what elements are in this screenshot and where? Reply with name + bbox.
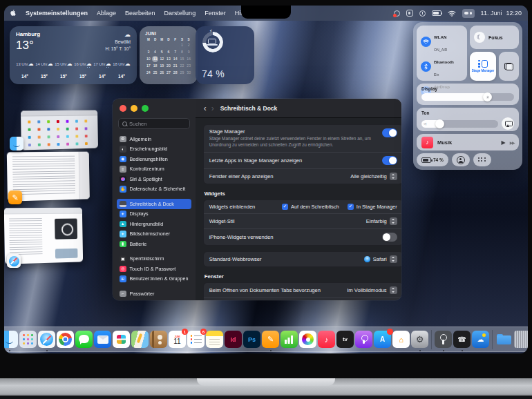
brightness-knob[interactable]: ☀ [483,93,492,101]
sidebar-item-touch-id[interactable]: ◎Touch ID & Passwort [117,264,191,274]
forward-button[interactable]: › [211,104,214,113]
windows-of-app-dropdown[interactable]: Alle gleichzeitig [350,173,397,180]
prefer-tabs-dropdown[interactable]: Im Vollbildmodus [347,286,397,294]
sidebar-item-batterie[interactable]: ▮Batterie [117,239,191,249]
dock-icon-contacts[interactable] [150,331,167,348]
menu-ablage[interactable]: Ablage [97,10,116,17]
sidebar-item-datenschutz[interactable]: ✋Datenschutz & Sicherheit [117,184,191,195]
menu-darstellung[interactable]: Darstellung [164,10,196,17]
default-browser-row: Standard-Webbrowser Safari [204,252,401,266]
volume-slider[interactable]: ◁ [421,120,498,128]
recent-apps-toggle[interactable] [382,156,397,165]
brightness-slider[interactable]: ☀ [421,93,514,101]
dock-icon-maps[interactable] [131,331,149,348]
dock-icon-slack[interactable] [113,331,130,348]
dock-icon-pages[interactable]: ✎ [262,331,279,348]
stage-manager-toggle[interactable] [382,128,397,137]
dock-icon-podcasts[interactable] [355,331,372,348]
dock-icon-finder[interactable] [4,331,18,348]
shortcuts-button[interactable] [473,153,491,166]
focus-control[interactable]: ☾ Fokus [470,26,519,49]
dock-icon-system-settings[interactable]: ⚙ [411,331,428,348]
pages-app-icon[interactable]: ✎ [8,191,22,204]
zoom-button[interactable] [142,105,149,112]
apple-menu-icon[interactable] [10,10,17,17]
wifi-icon[interactable] [448,10,456,17]
menubar-date[interactable]: 11. Juni [481,10,502,17]
dock-icon-tool-app[interactable] [435,331,452,348]
sidebar-item-partial[interactable]: @ [117,299,191,301]
dock-icon-mail[interactable] [94,331,111,348]
dock-icon-phone[interactable]: ☎ [453,331,471,348]
stage-thumbnail-finder[interactable] [21,110,98,150]
play-button[interactable]: ▶ [502,139,506,146]
sidebar-item-sperrbildschirm[interactable]: ▣Sperrbildschirm [117,254,191,264]
dock-icon-chrome[interactable] [57,331,74,348]
back-button[interactable]: ‹ [204,104,207,113]
sidebar-item-passwoerter[interactable]: ⌐Passwörter [117,289,191,299]
skip-forward-button[interactable]: ▶▶ [510,140,514,145]
dock-icon-folder[interactable] [495,331,513,348]
iphone-widgets-toggle[interactable] [382,233,397,242]
safari-app-icon[interactable] [7,254,21,268]
weather-widget[interactable]: Hamburg ☁ 13° Bewölkt H: 15° T: 10° 13 U… [10,26,137,84]
close-button[interactable] [120,105,126,112]
control-center-icon[interactable] [462,9,475,18]
menubar-app-name[interactable]: Systemeinstellungen [26,10,88,17]
dock-icon-photos[interactable] [299,331,316,348]
stage-manager-checkbox[interactable]: ✓ [348,204,354,210]
dock-icon-weather[interactable]: ☁ [472,331,489,348]
bluetooth-control[interactable]: BluetoothEin [421,54,463,79]
recording-indicator-icon[interactable] [394,10,400,17]
dock-icon-appstore[interactable]: A [374,331,391,348]
clock-icon[interactable] [419,10,426,17]
cloud-icon: ☁ [125,61,131,67]
volume-knob[interactable] [435,119,444,128]
sidebar-item-erscheinungsbild[interactable]: ◐Erscheinungsbild [117,144,191,155]
minimize-button[interactable] [131,105,137,112]
sidebar-item-hintergrundbild[interactable]: ▲Hintergrundbild [117,219,191,229]
ask-changes-row: Fragen, ob Änderungen beim Schließen von… [204,298,401,300]
dock-icon-launchpad[interactable] [19,331,37,348]
finder-app-icon[interactable] [10,137,23,150]
screen-mirroring-control[interactable] [499,52,519,81]
stage-manager-control[interactable]: Stage Manager [470,52,496,81]
dock-icon-safari[interactable] [38,331,55,348]
desktop-checkbox[interactable]: ✓ [282,204,288,210]
sidebar-item-bildschirmschoner[interactable]: ✦Bildschirmschoner [117,229,191,240]
sidebar-item-bedienungshilfen[interactable]: ◉Bedienungshilfen [117,154,191,164]
music-card[interactable]: ♪ Musik ▶ ▶▶ [417,134,519,150]
dock-icon-notes[interactable] [206,331,223,348]
user-button[interactable] [452,153,470,166]
sidebar-item-schreibtisch-dock[interactable]: Schreibtisch & Dock [117,199,191,209]
search-input[interactable] [129,121,186,127]
default-browser-dropdown[interactable]: Safari [364,255,397,263]
dock-icon-photoshop[interactable]: Ps [243,331,260,348]
dock-icon-reminders[interactable]: 6 [187,331,205,348]
battery-pill[interactable]: 74 % [417,153,448,166]
dock-icon-indesign[interactable]: Id [225,331,242,348]
airplay-button[interactable] [502,117,514,130]
battery-widget[interactable]: ⚡ 74 % [196,26,254,84]
dock-icon-trash[interactable] [514,331,528,348]
menubar-time[interactable]: 12:20 [506,10,522,17]
search-field[interactable] [118,118,190,129]
dock-icon-home[interactable]: ⌂ [392,331,410,348]
wifi-control[interactable]: WLANON_AIR [421,29,463,54]
menu-bearbeiten[interactable]: Bearbeiten [125,10,155,17]
dock-icon-tv[interactable]: tv [336,331,354,348]
dock-icon-music[interactable]: ♪ [318,331,335,348]
sidebar-item-benutzer-gruppen[interactable]: ⊞Benutzer:innen & Gruppen [117,274,191,284]
shield-icon[interactable] [406,10,413,17]
calendar-widget[interactable]: JUNI MDMDFSS 123456789101112131415161718… [140,26,198,84]
sidebar-item-siri-spotlight[interactable]: Siri & Spotlight [117,174,191,184]
dock-icon-numbers[interactable] [281,331,298,348]
dock-icon-calendar[interactable]: 1 JUNI 11 [169,331,186,348]
widget-style-dropdown[interactable]: Einfarbig [366,217,397,225]
menu-fenster[interactable]: Fenster [205,10,226,17]
sidebar-item-allgemein[interactable]: ⚙Allgemein [117,134,191,144]
sidebar-item-kontrollzentrum[interactable]: ≡Kontrollzentrum [117,164,191,175]
battery-icon[interactable] [432,10,441,16]
dock-icon-messages[interactable] [75,331,93,348]
sidebar-item-displays[interactable]: ☀Displays [117,209,191,220]
